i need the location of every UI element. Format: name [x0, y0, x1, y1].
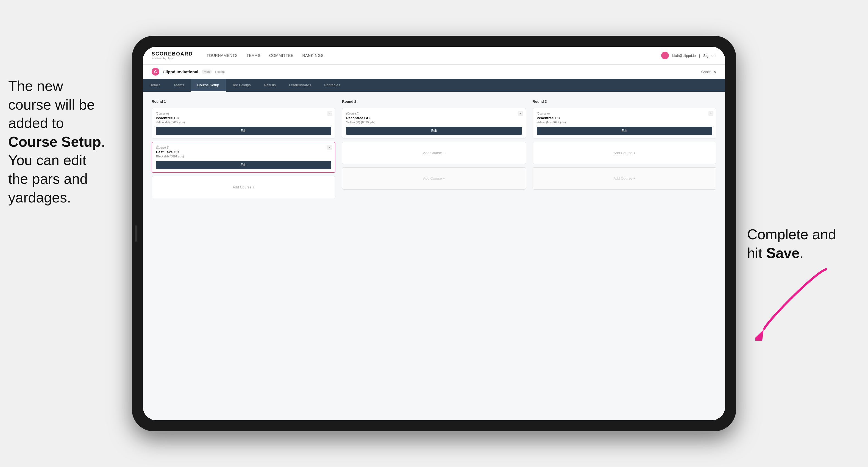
round3-course-a-card: ✕ (Course A) Peachtree GC Yellow (M) (66…: [533, 108, 716, 138]
top-nav: SCOREBOARD Powered by clippd TOURNAMENTS…: [143, 47, 725, 65]
round2-add-course-disabled: Add Course +: [342, 167, 526, 190]
round1-add-course-button[interactable]: Add Course +: [152, 176, 335, 198]
round1-course-b-name: East Lake GC: [156, 150, 331, 154]
annotation-save-bold: Save: [766, 245, 799, 261]
tournament-gender: Men: [202, 69, 212, 74]
round2-add-course-button[interactable]: Add Course +: [342, 142, 526, 164]
annotation-line4-bold: Course Setup: [8, 134, 101, 150]
nav-separator: |: [699, 54, 700, 58]
tournament-name: Clippd Invitational: [163, 69, 198, 74]
logo-title: SCOREBOARD: [152, 51, 193, 57]
annotation-line6: the pars and: [8, 171, 88, 187]
round3-add-course-disabled-label: Add Course +: [613, 176, 636, 181]
tournament-status: Hosting: [215, 70, 225, 73]
nav-right: blair@clippd.io | Sign out: [661, 52, 716, 59]
arrow-right: [755, 264, 832, 341]
round2-course-a-label: (Course A): [346, 112, 522, 115]
round3-add-course-disabled: Add Course +: [533, 167, 716, 190]
round2-course-a-details: Yellow (M) (6629 yds): [346, 121, 522, 124]
nav-teams[interactable]: TEAMS: [246, 53, 260, 58]
round3-add-course-button[interactable]: Add Course +: [533, 142, 716, 164]
round1-course-b-edit-button[interactable]: Edit: [156, 161, 331, 169]
round2-course-a-edit-button[interactable]: Edit: [346, 127, 522, 135]
tournament-bar: C Clippd Invitational Men Hosting Cancel…: [143, 65, 725, 79]
round2-course-a-card: ✕ (Course A) Peachtree GC Yellow (M) (66…: [342, 108, 526, 138]
round1-course-b-delete[interactable]: ✕: [327, 145, 332, 150]
tablet-device: SCOREBOARD Powered by clippd TOURNAMENTS…: [132, 36, 736, 431]
round2-course-a-delete[interactable]: ✕: [518, 111, 523, 116]
round1-add-course-label: Add Course +: [232, 185, 255, 189]
main-content: Round 1 ✕ (Course A) Peachtree GC Yellow…: [143, 92, 725, 420]
round1-course-a-card: ✕ (Course A) Peachtree GC Yellow (M) (66…: [152, 108, 335, 138]
tablet-side-button: [135, 225, 137, 242]
cancel-button[interactable]: Cancel ✕: [701, 70, 716, 74]
user-email: blair@clippd.io: [672, 54, 695, 58]
nav-tournaments[interactable]: TOURNAMENTS: [207, 53, 238, 58]
round3-course-a-delete[interactable]: ✕: [708, 111, 713, 116]
round3-add-course-label: Add Course +: [613, 151, 636, 155]
tab-leaderboards[interactable]: Leaderboards: [282, 79, 317, 92]
nav-committee[interactable]: COMMITTEE: [269, 53, 293, 58]
tablet-screen: SCOREBOARD Powered by clippd TOURNAMENTS…: [143, 47, 725, 420]
tab-printables[interactable]: Printables: [317, 79, 347, 92]
nav-links: TOURNAMENTS TEAMS COMMITTEE RANKINGS: [207, 53, 650, 58]
round3-course-a-name: Peachtree GC: [537, 116, 712, 120]
round1-course-a-details: Yellow (M) (6629 yds): [156, 121, 331, 124]
tab-results[interactable]: Results: [257, 79, 282, 92]
round-3-column: Round 3 ✕ (Course A) Peachtree GC Yellow…: [533, 99, 716, 198]
sign-out-link[interactable]: Sign out: [703, 54, 716, 58]
round-1-title: Round 1: [152, 99, 335, 103]
sub-nav: Details Teams Course Setup Tee Groups Re…: [143, 79, 725, 92]
annotation-line1: The new: [8, 78, 63, 94]
round1-course-a-edit-button[interactable]: Edit: [156, 127, 331, 135]
round1-course-a-name: Peachtree GC: [156, 116, 331, 120]
round1-course-b-label: (Course B): [156, 146, 331, 149]
annotation-line7: yardages.: [8, 190, 71, 206]
round3-course-a-label: (Course A): [537, 112, 712, 115]
round3-course-a-details: Yellow (M) (6629 yds): [537, 121, 712, 124]
tournament-info: C Clippd Invitational Men Hosting: [152, 68, 225, 75]
scoreboard-logo: SCOREBOARD Powered by clippd: [152, 51, 193, 60]
annotation-line3: added to: [8, 115, 64, 131]
round-3-title: Round 3: [533, 99, 716, 103]
round-1-column: Round 1 ✕ (Course A) Peachtree GC Yellow…: [152, 99, 335, 198]
round-2-title: Round 2: [342, 99, 526, 103]
tab-teams[interactable]: Teams: [167, 79, 191, 92]
round-2-column: Round 2 ✕ (Course A) Peachtree GC Yellow…: [342, 99, 526, 198]
round1-course-b-card: ✕ (Course B) East Lake GC Black (M) (689…: [152, 142, 335, 173]
round3-course-a-edit-button[interactable]: Edit: [537, 127, 712, 135]
annotation-line2: course will be: [8, 97, 95, 113]
annotation-line5: You can edit: [8, 152, 86, 168]
annotation-period1: .: [101, 134, 105, 150]
annotation-right-line2: hit Save.: [747, 245, 803, 261]
tab-tee-groups[interactable]: Tee Groups: [226, 79, 257, 92]
tournament-logo: C: [152, 68, 159, 75]
round2-add-course-disabled-label: Add Course +: [423, 176, 445, 181]
round2-add-course-label: Add Course +: [423, 151, 445, 155]
annotation-right-line1: Complete and: [747, 226, 836, 242]
round1-course-a-label: (Course A): [156, 112, 331, 115]
round1-course-b-details: Black (M) (6891 yds): [156, 155, 331, 158]
rounds-grid: Round 1 ✕ (Course A) Peachtree GC Yellow…: [152, 99, 716, 198]
round2-course-a-name: Peachtree GC: [346, 116, 522, 120]
nav-rankings[interactable]: RANKINGS: [303, 53, 323, 58]
annotation-left: The new course will be added to Course S…: [8, 77, 113, 207]
round1-course-a-delete[interactable]: ✕: [328, 111, 332, 116]
logo-subtitle: Powered by clippd: [152, 57, 193, 60]
tab-details[interactable]: Details: [143, 79, 167, 92]
tab-course-setup[interactable]: Course Setup: [191, 79, 226, 92]
annotation-right: Complete and hit Save.: [747, 225, 851, 262]
user-avatar: [661, 52, 669, 59]
